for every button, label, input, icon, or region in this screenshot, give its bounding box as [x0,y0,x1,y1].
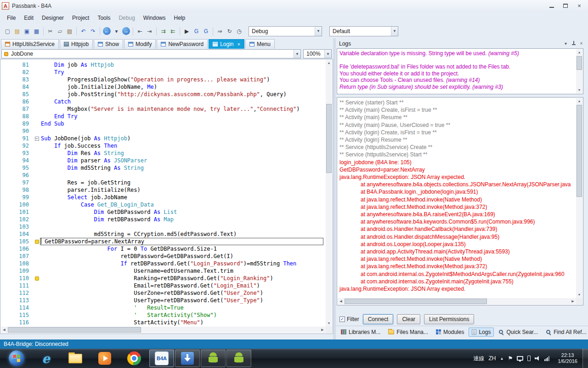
logs-vertical-scrollbar[interactable]: ▲ ▼ [576,98,582,298]
clear-button[interactable]: Clear [397,314,420,324]
code-line[interactable]: 99 Select job.JobName [0,194,326,201]
code-line[interactable]: 86 Catch [0,98,326,105]
menu-edit[interactable]: Edit [20,12,38,23]
bookmark-marker[interactable] [33,275,41,282]
chrome-button[interactable] [122,350,147,367]
code-line[interactable]: 93 Dim Res As String [0,150,326,157]
code-line[interactable]: 108 If retDBPassword.Get("Login_Password… [0,260,326,267]
maximize-button[interactable] [559,1,572,11]
scroll-down-icon[interactable]: ▼ [576,87,582,93]
uncomment-icon[interactable]: ⇇ [168,27,178,36]
code-line[interactable]: 114 ' Result=True [0,304,326,311]
profiler-clock-icon[interactable]: ◷ [234,27,244,36]
code-line[interactable]: 101 Dim GetDBPassword As List [0,208,326,216]
code-line[interactable]: 95 Dim md5String As String [0,164,326,172]
tab-modify[interactable]: Modify [124,39,156,49]
tab-quick-sear[interactable]: Quick Sear... [495,328,541,337]
collapse-icon[interactable] [35,137,39,141]
device-icon[interactable] [527,356,531,361]
action-center-flag-icon[interactable]: ⚑ [508,355,513,362]
panel-close-icon[interactable]: × [577,41,585,46]
run-config-combo[interactable]: Default ▼ [329,26,398,36]
tab-find-all-ref[interactable]: Find All Ref... [543,328,588,337]
editor-vertical-scrollbar[interactable]: ▲ ▼ [326,60,332,327]
new-module-icon[interactable]: ▢ [3,27,12,36]
scroll-up-icon[interactable]: ▲ [576,49,582,56]
code-line[interactable]: 100 Case Get_DB_Login_Data [0,201,326,208]
log-output-box[interactable]: ** Service (starter) Start **** Activity… [337,97,583,305]
menu-file[interactable]: File [3,12,20,23]
menu-designer[interactable]: Designer [38,12,68,23]
code-line[interactable]: 112 UserZone=retDBPassword.Get("User_Zon… [0,289,326,297]
tab-logs[interactable]: Logs [469,328,494,337]
code-line[interactable]: 104 md5String = CCryption.md5(edtPasswor… [0,230,326,238]
cut-icon[interactable]: ✂ [45,27,55,36]
scroll-thumb[interactable] [326,104,332,173]
scroll-down-icon[interactable]: ▼ [576,292,582,298]
editor-horizontal-scrollbar[interactable]: ◀ ▶ [1,327,326,333]
warnings-vertical-scrollbar[interactable]: ▲ ▼ [576,49,582,93]
member-nav-combo[interactable]: JobDone ▼ [1,49,301,58]
tab-files-mana[interactable]: Files Mana... [385,328,431,337]
code-line[interactable]: 96 [0,172,326,179]
language-indicator[interactable]: ZH [488,355,496,362]
start-button[interactable] [4,350,29,367]
indent-icon[interactable]: ⇥ [145,27,154,36]
installer-window-button[interactable] [175,350,200,367]
code-line[interactable]: 97 Res = job.GetString [0,179,326,186]
hidden-icons-chevron[interactable]: ▲ [500,356,503,361]
code-line[interactable]: 102 Dim retDBPassword As Map [0,216,326,223]
code-line[interactable]: 89End Sub [0,120,326,127]
tab-httputils2service[interactable]: HttpUtils2Service [1,39,59,49]
warnings-box[interactable]: Variable declaration type is missing. St… [337,48,583,94]
tab-close-icon[interactable]: × [237,41,240,47]
code-line[interactable]: 81 Dim job As Httpjob [0,61,326,69]
close-button[interactable]: × [572,1,586,11]
ime-status-text[interactable]: 連線 [473,355,484,362]
code-line[interactable]: 110 Ranking=retDBPassword.Get("Login_Ran… [0,275,326,282]
comment-icon[interactable]: ⇉ [158,27,168,36]
media-player-button[interactable] [92,350,117,367]
code-line[interactable]: 106 For I = 0 To GetDBPassword.Size-1 [0,245,326,253]
paste-icon[interactable]: ▤ [65,27,74,36]
scroll-right-icon[interactable]: ▶ [570,298,576,305]
debug-step-over-icon[interactable]: G [201,27,211,36]
resume-icon[interactable]: ⇒ [215,27,225,36]
tab-menu[interactable]: Menu [245,39,275,49]
code-line[interactable]: 105 GetDBPassword=parser.NextArray [0,238,326,245]
bookmark-marker[interactable] [33,238,41,245]
nav-back-menu-icon[interactable]: ▾ [112,27,121,36]
redo-icon[interactable]: ↷ [88,27,98,36]
list-permissions-button[interactable]: List Permissions [424,314,474,324]
menu-help[interactable]: Help [170,12,190,23]
android-emulator-button[interactable] [201,350,226,367]
code-line[interactable]: 91Sub JobDone(job As Httpjob) [0,135,326,142]
code-line[interactable]: 82 Try [0,69,326,76]
file-explorer-button[interactable] [63,350,88,367]
build-config-combo[interactable]: Debug ▼ [249,26,322,36]
scroll-up-icon[interactable]: ▲ [326,60,332,66]
code-line[interactable]: 88 End Try [0,113,326,120]
code-line[interactable]: 113 UserType=retDBPassword.Get("User_Typ… [0,297,326,304]
code-line[interactable]: 115 ' StartActivity("Show") [0,311,326,319]
code-line[interactable]: 103 [0,223,326,230]
title-bar[interactable]: A Passbank - B4A × [0,0,588,12]
menu-tools[interactable]: Tools [93,12,114,23]
scroll-right-icon[interactable]: ▶ [319,327,326,333]
nav-back-icon[interactable]: ← [103,27,111,35]
code-line[interactable]: 87 Msgbox("Server is in maintenance mode… [0,105,326,113]
tab-httpjob[interactable]: Httpjob [60,39,93,49]
scroll-thumb[interactable] [577,105,582,197]
b4a-window-button[interactable]: B4A [149,350,174,367]
fold-marker[interactable] [33,135,41,142]
scroll-left-icon[interactable]: ◀ [1,327,7,333]
code-line[interactable]: 92 If job.Success Then [0,142,326,150]
code-line[interactable]: 90 [0,127,326,135]
debug-step-into-icon[interactable]: G [192,27,201,36]
menu-debug[interactable]: Debug [114,12,139,23]
scroll-thumb[interactable] [8,327,141,333]
minimize-button[interactable] [545,1,559,11]
tab-libraries-m[interactable]: Libraries M... [338,328,384,337]
zoom-combo[interactable]: 100% ▼ [303,49,332,58]
code-line[interactable]: 116 StartActivity("Menu") [0,319,326,326]
